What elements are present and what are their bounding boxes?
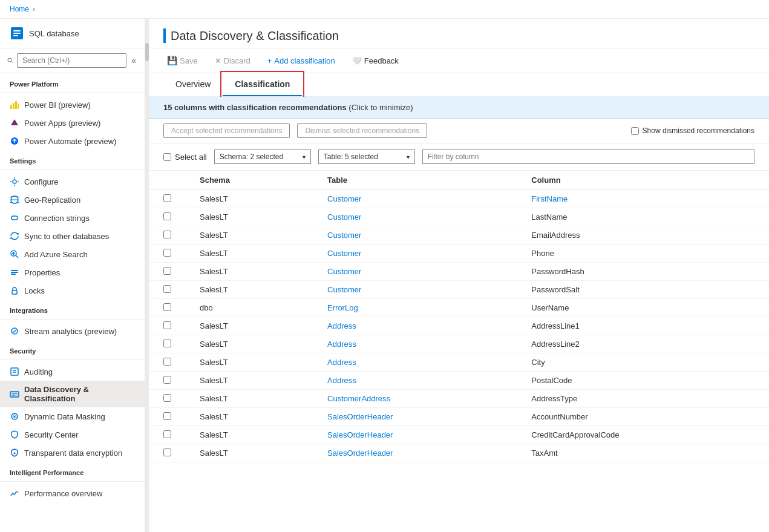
row-checkbox[interactable] xyxy=(163,321,171,329)
row-table[interactable]: Customer xyxy=(313,245,517,263)
discard-button[interactable]: ✕ Discard xyxy=(211,54,254,68)
sidebar-item-auditing[interactable]: Auditing xyxy=(0,363,145,381)
row-table[interactable]: CustomerAddress xyxy=(313,390,517,408)
row-table[interactable]: Customer xyxy=(313,208,517,226)
schema-filter-dropdown[interactable]: Schema: 2 selected ▾ xyxy=(214,149,311,164)
table-filter-dropdown[interactable]: Table: 5 selected ▾ xyxy=(318,149,415,164)
row-checkbox-cell xyxy=(149,263,185,279)
row-checkbox[interactable] xyxy=(163,212,171,220)
sidebar-item-label-security-center: Security Center xyxy=(24,430,79,439)
add-classification-button[interactable]: + Add classification xyxy=(264,54,339,68)
table-row: SalesLTCustomerPasswordHash xyxy=(149,263,769,281)
sidebar-item-locks[interactable]: Locks xyxy=(0,281,145,300)
row-table[interactable]: Customer xyxy=(313,281,517,299)
tab-overview[interactable]: Overview xyxy=(163,73,223,96)
sidebar-item-power-apps[interactable]: Power Apps (preview) xyxy=(0,114,145,132)
row-checkbox[interactable] xyxy=(163,448,171,456)
sidebar-item-label-geo-replication: Geo-Replication xyxy=(24,195,80,205)
title-accent-bar xyxy=(163,28,166,43)
svg-rect-23 xyxy=(11,368,18,375)
breadcrumb: Home › xyxy=(0,0,769,19)
sidebar-item-data-discovery[interactable]: Data Discovery & Classification xyxy=(0,381,145,407)
data-table-container: Schema Table Column SalesLTCustomerFirst… xyxy=(149,171,769,532)
sidebar-db-title: SQL database xyxy=(29,29,79,38)
table-row: SalesLTAddressAddressLine2 xyxy=(149,335,769,353)
add-classification-label: Add classification xyxy=(274,56,335,65)
row-checkbox[interactable] xyxy=(163,194,171,202)
search-input[interactable] xyxy=(17,53,126,68)
sidebar-item-label-stream-analytics: Stream analytics (preview) xyxy=(24,327,117,336)
recommendations-banner[interactable]: 15 columns with classification recommend… xyxy=(149,97,769,119)
row-table[interactable]: SalesOrderHeader xyxy=(313,426,517,444)
row-table[interactable]: ErrorLog xyxy=(313,299,517,317)
sidebar-item-connection-strings[interactable]: Connection strings xyxy=(0,209,145,227)
table-row: SalesLTCustomerLastName xyxy=(149,208,769,226)
sidebar-item-sync-databases[interactable]: Sync to other databases xyxy=(0,227,145,245)
select-all-checkbox[interactable] xyxy=(163,153,171,161)
stream-analytics-icon xyxy=(10,326,19,336)
row-checkbox[interactable] xyxy=(163,303,171,311)
sidebar-item-add-azure-search[interactable]: Add Azure Search xyxy=(0,245,145,263)
sidebar-item-label-dynamic-masking: Dynamic Data Masking xyxy=(24,412,105,421)
sidebar-collapse-button[interactable]: « xyxy=(130,54,137,67)
classification-table: Schema Table Column SalesLTCustomerFirst… xyxy=(149,171,769,462)
feedback-button[interactable]: 🤍 Feedback xyxy=(349,54,402,68)
dynamic-masking-icon xyxy=(10,412,19,421)
sidebar-item-label-locks: Locks xyxy=(24,286,45,295)
sidebar-item-configure[interactable]: Configure xyxy=(0,172,145,191)
sidebar-item-performance-overview[interactable]: Performance overview xyxy=(0,484,145,502)
sidebar-item-security-center[interactable]: Security Center xyxy=(0,425,145,444)
row-column: PasswordSalt xyxy=(517,281,769,299)
show-dismissed-label[interactable]: Show dismissed recommendations xyxy=(643,126,754,135)
col-header-table: Table xyxy=(313,171,517,190)
filter-row: Select all Schema: 2 selected ▾ Table: 5… xyxy=(149,143,769,171)
row-checkbox[interactable] xyxy=(163,376,171,384)
row-table[interactable]: Customer xyxy=(313,190,517,208)
minimize-link[interactable]: (Click to minimize) xyxy=(349,103,413,112)
row-schema: SalesLT xyxy=(185,408,313,426)
table-row: SalesLTCustomerAddressAddressType xyxy=(149,390,769,408)
row-checkbox[interactable] xyxy=(163,249,171,257)
row-checkbox[interactable] xyxy=(163,231,171,238)
sidebar-item-power-automate[interactable]: Power Automate (preview) xyxy=(0,132,145,150)
row-table[interactable]: Address xyxy=(313,335,517,353)
svg-point-4 xyxy=(8,58,11,62)
sidebar-item-transparent-encryption[interactable]: Transparent data encryption xyxy=(0,444,145,462)
show-dismissed-checkbox[interactable] xyxy=(631,127,639,135)
row-checkbox-cell xyxy=(149,281,185,297)
row-checkbox[interactable] xyxy=(163,267,171,275)
row-checkbox[interactable] xyxy=(163,412,171,420)
row-table[interactable]: Address xyxy=(313,372,517,390)
row-checkbox[interactable] xyxy=(163,340,171,347)
save-button[interactable]: 💾 Save xyxy=(163,53,201,68)
row-table[interactable]: Address xyxy=(313,353,517,372)
row-table[interactable]: Customer xyxy=(313,263,517,281)
sidebar-item-stream-analytics[interactable]: Stream analytics (preview) xyxy=(0,322,145,340)
sidebar-item-label-performance-overview: Performance overview xyxy=(24,489,102,498)
dismiss-recommendations-button[interactable]: Dismiss selected recommendations xyxy=(297,123,427,138)
row-checkbox[interactable] xyxy=(163,358,171,366)
row-table[interactable]: SalesOrderHeader xyxy=(313,408,517,426)
row-checkbox[interactable] xyxy=(163,394,171,402)
sidebar-item-label-power-automate: Power Automate (preview) xyxy=(24,137,116,146)
add-classification-icon: + xyxy=(267,56,272,65)
sidebar-item-properties[interactable]: Properties xyxy=(0,263,145,281)
row-checkbox[interactable] xyxy=(163,285,171,293)
row-schema: SalesLT xyxy=(185,281,313,299)
sidebar-item-dynamic-masking[interactable]: Dynamic Data Masking xyxy=(0,407,145,425)
row-checkbox[interactable] xyxy=(163,430,171,438)
row-table[interactable]: Address xyxy=(313,317,517,335)
sidebar-item-geo-replication[interactable]: Geo-Replication xyxy=(0,191,145,209)
row-table[interactable]: SalesOrderHeader xyxy=(313,444,517,462)
sidebar-item-power-bi[interactable]: Power BI (preview) xyxy=(0,96,145,114)
sidebar-section-security: Security Auditing Data Discovery & Class… xyxy=(0,340,145,462)
tab-classification[interactable]: Classification xyxy=(223,73,302,96)
row-table[interactable]: Customer xyxy=(313,226,517,245)
accept-recommendations-button[interactable]: Accept selected recommendations xyxy=(163,123,290,138)
sidebar-item-label-auditing: Auditing xyxy=(24,367,53,376)
column-filter-input[interactable] xyxy=(422,149,754,164)
auditing-icon xyxy=(10,367,19,376)
row-schema: dbo xyxy=(185,299,313,317)
row-checkbox-cell xyxy=(149,299,185,315)
breadcrumb-home[interactable]: Home xyxy=(10,5,29,13)
